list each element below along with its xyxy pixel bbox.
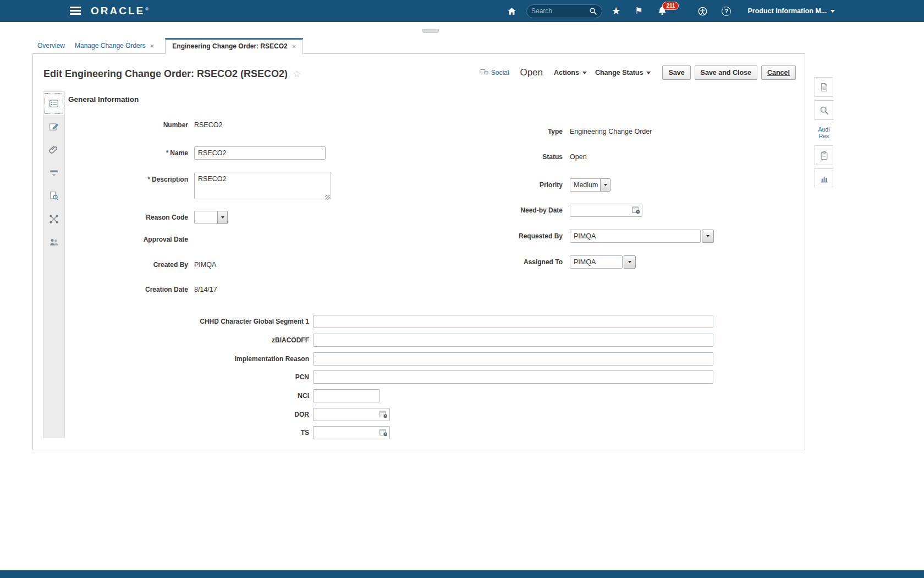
audit-results-label: Audi Res	[815, 126, 833, 139]
people-icon	[49, 237, 59, 247]
rail-search-button[interactable]	[815, 100, 833, 120]
priority-label: Priority	[453, 181, 563, 189]
sidebar-relationships-button[interactable]	[43, 208, 64, 231]
field-created-by: Created By PIMQA	[66, 261, 216, 269]
save-and-close-button[interactable]: Save and Close	[695, 66, 757, 80]
actions-menu-button[interactable]: Actions	[554, 69, 587, 77]
date-picker-icon[interactable]	[632, 206, 640, 214]
field-approval-date: Approval Date	[66, 236, 194, 243]
need-by-date-label: Need-by Date	[453, 206, 563, 214]
bar-chart-icon	[820, 174, 829, 183]
collapse-handle-icon[interactable]	[422, 29, 439, 33]
edit-eco-panel: Edit Engineering Change Order: RSECO2 (R…	[32, 53, 805, 450]
assigned-to-input[interactable]	[570, 255, 623, 269]
field-requested-by: Requested By	[453, 230, 714, 243]
user-menu[interactable]: Product Information M...	[747, 7, 835, 15]
tab-eco-label: Engineering Change Order: RSECO2	[172, 42, 287, 50]
oracle-logo-text: ORACLE	[91, 5, 145, 17]
sidebar-security-button[interactable]	[43, 231, 64, 254]
right-icon-rail: Audi Res	[815, 77, 833, 192]
zbiacodff-label: zBIACODFF	[165, 336, 309, 344]
ts-input[interactable]	[313, 426, 390, 439]
rail-reports-button[interactable]	[815, 168, 833, 188]
navigator-menu-icon[interactable]	[70, 7, 81, 15]
requested-by-input[interactable]	[570, 230, 701, 243]
date-picker-icon[interactable]	[380, 410, 388, 418]
search-icon[interactable]	[589, 7, 597, 15]
ts-label: TS	[165, 429, 309, 437]
assigned-to-dropdown-icon[interactable]	[624, 255, 636, 269]
name-input[interactable]	[194, 146, 326, 160]
help-icon[interactable]: ?	[722, 7, 731, 16]
resize-grip-icon[interactable]	[325, 195, 330, 200]
tab-overview-label: Overview	[37, 42, 65, 50]
favorites-star-icon[interactable]: ★	[612, 6, 620, 16]
social-icon	[480, 69, 488, 77]
priority-select[interactable]: Medium	[570, 178, 600, 192]
sidebar-affected-items-button[interactable]	[43, 161, 64, 184]
date-picker-icon[interactable]	[380, 428, 388, 437]
reason-code-dropdown-icon[interactable]	[217, 211, 228, 224]
watchlist-flag-icon[interactable]: ⚑	[635, 7, 642, 15]
implementation-reason-input[interactable]	[313, 352, 713, 366]
help-question-glyph: ?	[722, 7, 731, 16]
reason-code-select[interactable]	[194, 211, 217, 224]
cancel-button[interactable]: Cancel	[761, 66, 796, 80]
accessibility-icon[interactable]	[698, 7, 707, 16]
priority-dropdown-icon[interactable]	[600, 178, 610, 192]
chhd-input[interactable]	[313, 315, 713, 328]
sidebar-general-information-button[interactable]	[43, 92, 64, 115]
chhd-label: CHHD Character Global Segment 1	[165, 318, 309, 325]
field-description: *Description RSECO2	[66, 172, 331, 201]
oracle-logo: ORACLE®	[91, 5, 148, 17]
implementation-reason-label: Implementation Reason	[165, 355, 309, 363]
top-navigation-bar: ORACLE® ★ ⚑ 211 ? Product Information M.…	[0, 0, 924, 22]
close-tab-icon[interactable]: ×	[292, 43, 296, 50]
home-icon[interactable]	[507, 7, 516, 16]
created-by-value: PIMQA	[194, 261, 216, 269]
field-zbiacodff: zBIACODFF	[165, 334, 713, 347]
tab-overview[interactable]: Overview	[33, 42, 70, 54]
rail-document-button[interactable]	[815, 77, 833, 97]
status-label: Status	[453, 153, 563, 161]
change-status-menu-button[interactable]: Change Status	[595, 69, 651, 77]
close-tab-icon[interactable]: ×	[150, 42, 155, 50]
requested-by-dropdown-icon[interactable]	[702, 230, 714, 243]
pcn-label: PCN	[165, 373, 309, 381]
field-nci: NCI	[165, 389, 380, 402]
sidebar-edit-button[interactable]	[43, 115, 64, 138]
nci-label: NCI	[165, 392, 309, 400]
field-need-by-date: Need-by Date	[453, 204, 642, 217]
user-menu-label: Product Information M...	[747, 7, 827, 15]
sidebar-attachments-button[interactable]	[43, 138, 64, 161]
reason-code-label: Reason Code	[66, 214, 188, 221]
tab-manage-change-orders[interactable]: Manage Change Orders ×	[70, 42, 160, 54]
nci-input[interactable]	[313, 389, 380, 402]
action-buttons: Save Save and Close Cancel	[662, 66, 796, 80]
notifications-bell-icon[interactable]: 211	[657, 6, 667, 16]
description-textarea[interactable]: RSECO2	[194, 172, 331, 199]
change-status-label: Change Status	[595, 69, 644, 77]
actions-label: Actions	[554, 69, 579, 77]
creation-date-label: Creation Date	[66, 286, 188, 293]
search-input[interactable]	[531, 7, 589, 15]
pcn-input[interactable]	[313, 370, 713, 384]
favorite-page-star-icon[interactable]: ☆	[293, 68, 301, 80]
field-reason-code: Reason Code	[66, 211, 228, 224]
rail-audit-results-link[interactable]: Audi Res	[815, 123, 833, 142]
save-button[interactable]: Save	[662, 66, 690, 80]
dor-label: DOR	[165, 411, 309, 418]
field-dor: DOR	[165, 408, 390, 421]
required-icon: *	[147, 176, 150, 183]
global-search-box[interactable]	[526, 4, 602, 18]
dor-input[interactable]	[313, 408, 390, 421]
rail-clipboard-button[interactable]	[815, 145, 833, 165]
field-number: Number RSECO2	[66, 121, 222, 129]
zbiacodff-input[interactable]	[313, 334, 713, 347]
sidebar-impact-analysis-button[interactable]	[43, 184, 64, 208]
tab-engineering-change-order[interactable]: Engineering Change Order: RSECO2 ×	[165, 38, 303, 54]
field-pcn: PCN	[165, 370, 713, 384]
social-button[interactable]: Social	[480, 69, 509, 77]
clipboard-icon	[820, 151, 829, 160]
type-label: Type	[453, 128, 563, 135]
